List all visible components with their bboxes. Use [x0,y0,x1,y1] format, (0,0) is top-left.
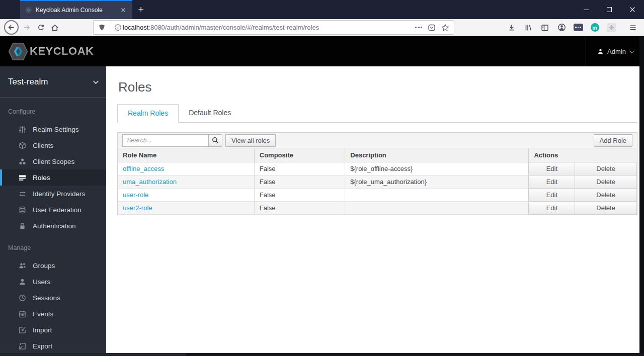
scrollbar-thumb[interactable] [0,353,186,355]
column-header-description[interactable]: Description [345,148,529,162]
table-row: user2-role False Edit Delete [118,202,637,215]
edit-button[interactable]: Edit [529,175,575,189]
delete-button[interactable]: Delete [575,175,637,189]
add-role-button[interactable]: Add Role [594,134,632,147]
browser-tab[interactable]: Keycloak Admin Console [20,0,132,19]
home-button[interactable] [48,21,62,35]
close-button[interactable] [621,0,644,19]
section-label: Manage [0,244,106,251]
lock-icon [18,222,27,230]
tab-default-roles[interactable]: Default Roles [179,104,241,123]
search-input[interactable] [122,134,209,147]
extension-m-button[interactable]: m [588,21,602,35]
sidebar-item-identity-providers[interactable]: Identity Providers [0,186,106,202]
delete-button[interactable]: Delete [575,162,637,175]
sidebar-item-authentication[interactable]: Authentication [0,218,106,234]
horizontal-scrollbar[interactable] [0,353,644,356]
sidebar-item-realm-settings[interactable]: Realm Settings [0,121,106,137]
realm-selector[interactable]: Test-realm [0,66,106,98]
sidebar-section-configure: Configure Realm Settings Clients Client … [0,108,106,234]
delete-button[interactable]: Delete [575,189,637,202]
chevron-down-icon [93,78,99,83]
role-link[interactable]: uma_authorization [123,178,177,186]
table-row: user-role False Edit Delete [118,189,637,202]
delete-button[interactable]: Delete [575,202,637,215]
page-title: Roles [118,79,637,95]
tab-close-icon[interactable] [118,5,128,15]
chevron-down-icon [629,48,634,53]
description-cell: ${role_offline-access} [345,162,529,175]
sidebar-item-events[interactable]: Events [0,306,106,322]
calendar-icon [18,310,27,318]
roles-panel: View all roles Add Role Role Name Compos… [117,132,637,215]
extension-disabled-button[interactable] [604,21,618,35]
extension-m-icon: m [591,23,599,32]
extension-snowflake-icon [607,23,616,32]
vertical-scrollbar[interactable] [639,36,644,356]
account-button[interactable] [554,21,569,35]
sidebar-item-import[interactable]: Import [0,322,106,338]
sidebar-item-label: Clients [33,142,53,149]
composite-cell: False [254,162,345,175]
table-header-row: Role Name Composite Description Actions [118,148,637,162]
composite-cell: False [254,189,345,202]
extension-menu-button[interactable] [571,21,585,35]
maximize-button[interactable] [598,0,621,19]
forward-button[interactable] [20,21,34,35]
site-info-icon[interactable] [114,24,122,31]
back-button[interactable] [4,20,19,35]
sidebar-item-user-federation[interactable]: User Federation [0,202,106,218]
minimize-icon [584,10,589,10]
view-all-roles-button[interactable]: View all roles [225,134,276,147]
url-text[interactable]: localhost:8080/auth/admin/master/console… [123,24,415,31]
bookmark-star-icon[interactable] [441,24,449,32]
keycloak-logo-icon [8,42,29,61]
menu-button[interactable] [626,21,640,35]
edit-button[interactable]: Edit [529,162,575,175]
downloads-button[interactable] [505,21,519,35]
column-header-composite[interactable]: Composite [254,148,345,162]
role-link[interactable]: offline_access [123,165,164,172]
keycloak-logo[interactable]: KEYCLOAK [0,36,94,66]
sidebar-item-export[interactable]: Export [0,338,106,354]
browser-navbar: localhost:8080/auth/admin/master/console… [0,19,644,36]
sidebars-button[interactable] [538,21,552,35]
tab-realm-roles[interactable]: Realm Roles [117,104,179,123]
table-toolbar: View all roles Add Role [118,133,637,148]
hamburger-icon [629,24,637,32]
sidebar-item-users[interactable]: Users [0,274,106,290]
sidebar-item-label: Users [33,278,50,286]
keycloak-favicon-icon [25,7,32,14]
home-icon [51,24,59,32]
account-icon [557,23,566,32]
maximize-icon [607,7,612,12]
pocket-save-icon[interactable] [428,24,436,32]
sliders-icon [18,126,27,133]
sidebar-item-groups[interactable]: Groups [0,257,106,274]
sidebar-item-client-scopes[interactable]: Client Scopes [0,153,106,169]
url-host: localhost [123,24,148,31]
user-menu[interactable]: Admin [586,36,644,66]
sidebar-item-roles[interactable]: Roles [0,169,106,186]
sidebar-section-manage: Manage Groups Users Sessions [0,244,106,354]
new-tab-button[interactable]: + [132,0,149,19]
library-icon [524,24,532,32]
browser-titlebar: Keycloak Admin Console + [0,0,644,19]
sidebar-item-clients[interactable]: Clients [0,137,106,153]
role-link[interactable]: user2-role [123,204,152,212]
back-arrow-icon [8,24,15,31]
edit-button[interactable]: Edit [529,202,575,215]
search-button[interactable] [208,134,222,147]
role-link[interactable]: user-role [123,191,148,199]
reload-button[interactable] [34,21,48,35]
search-icon [212,137,219,144]
library-button[interactable] [521,21,535,35]
sidebar-item-sessions[interactable]: Sessions [0,290,106,306]
edit-button[interactable]: Edit [529,189,575,202]
page-actions-icon[interactable] [415,27,422,28]
url-bar[interactable]: localhost:8080/auth/admin/master/console… [93,20,454,35]
column-header-role-name[interactable]: Role Name [118,148,254,162]
description-cell [345,202,529,215]
minimize-button[interactable] [575,0,598,19]
tracking-shield-icon[interactable] [98,24,106,31]
